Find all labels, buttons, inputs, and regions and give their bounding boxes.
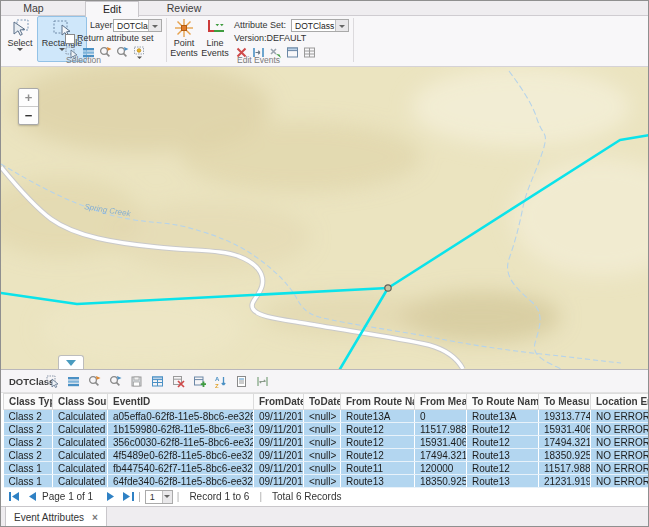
- table-cell: Route13A: [341, 410, 415, 423]
- zoom-in-button[interactable]: +: [19, 89, 38, 107]
- table-cell: Class 1: [4, 462, 53, 475]
- attribute-set-label: Attribute Set:: [234, 19, 286, 31]
- sort-icon[interactable]: AZ: [213, 374, 227, 388]
- select-records-icon[interactable]: [45, 374, 59, 388]
- ribbon-tab-map[interactable]: Map: [11, 1, 56, 15]
- previous-page-button[interactable]: [28, 492, 36, 501]
- table-cell: Class 2: [4, 410, 53, 423]
- fit-columns-icon[interactable]: [255, 374, 269, 388]
- svg-text:Z: Z: [215, 382, 219, 388]
- point-events-icon: [174, 18, 194, 38]
- line-events-icon: [205, 18, 225, 38]
- table-cell: 21231.919: [539, 475, 591, 488]
- pan-to-selection-icon[interactable]: [108, 374, 122, 388]
- event-attributes-tab-label: Event Attributes: [14, 512, 84, 523]
- table-cell: 09/11/2015: [254, 475, 304, 488]
- table-cell: Calculated: [53, 423, 108, 436]
- table-row[interactable]: Class 2Calculated356c0030-62f8-11e5-8bc6…: [4, 436, 649, 449]
- save-icon[interactable]: [129, 374, 143, 388]
- basemap: Spring Creek: [1, 67, 649, 369]
- column-header-fromdate[interactable]: FromDate: [254, 394, 304, 410]
- column-header-todate[interactable]: ToDate: [304, 394, 341, 410]
- page-number-value: 1: [150, 492, 155, 502]
- table-cell: 17494.321: [415, 449, 467, 462]
- column-header-from-route-name[interactable]: From Route Name: [341, 394, 415, 410]
- map-canvas[interactable]: Spring Creek + −: [1, 67, 649, 369]
- close-tab-icon[interactable]: ×: [92, 512, 98, 523]
- append-events-icon[interactable]: [192, 374, 206, 388]
- table-cell: <null>: [304, 410, 341, 423]
- column-header-to-route-name[interactable]: To Route Name: [467, 394, 539, 410]
- collapse-arrow-icon: [66, 360, 76, 366]
- attribute-set-dropdown-arrow-icon[interactable]: [335, 20, 348, 31]
- selection-group-label: Selection: [1, 55, 166, 65]
- column-header-eventid[interactable]: EventID: [108, 394, 254, 410]
- table-cell: NO ERROR: [591, 449, 649, 462]
- page-number-dropdown[interactable]: 1: [145, 490, 173, 504]
- table-cell: a05effa0-62f8-11e5-8bc6-ee32641d5ec9: [108, 410, 254, 423]
- table-cell: NO ERROR: [591, 423, 649, 436]
- ribbon-tab-edit[interactable]: Edit: [85, 1, 139, 17]
- next-page-button[interactable]: [107, 492, 115, 501]
- table-row[interactable]: Class 1Calculated64fde340-62f8-11e5-8bc6…: [4, 475, 649, 488]
- table-cell: Calculated: [53, 436, 108, 449]
- column-header-from-measure[interactable]: From Measure: [415, 394, 467, 410]
- clear-selection-icon[interactable]: [171, 374, 185, 388]
- select-cursor-icon: [10, 18, 30, 38]
- first-page-button[interactable]: [9, 492, 20, 501]
- page-count-text: Page 1 of 1: [42, 491, 93, 502]
- table-cell: fb447540-62f7-11e5-8bc6-ee32641d5ec9: [108, 462, 254, 475]
- map-zoom-control: + −: [18, 88, 39, 125]
- tab-event-attributes[interactable]: Event Attributes ×: [5, 507, 107, 527]
- table-cell: 18350.925: [539, 449, 591, 462]
- route-junction-marker[interactable]: [385, 285, 391, 291]
- table-cell: Calculated: [53, 475, 108, 488]
- table-cell: Route13: [467, 449, 539, 462]
- open-table-icon[interactable]: [150, 374, 164, 388]
- version-value: DEFAULT: [267, 33, 307, 43]
- attribute-set-dropdown[interactable]: DOTClass: [291, 19, 349, 32]
- last-page-button[interactable]: [123, 492, 134, 501]
- table-cell: 09/11/2015: [254, 410, 304, 423]
- attribute-report-icon[interactable]: [234, 374, 248, 388]
- bottom-tab-bar: Event Attributes ×: [1, 506, 648, 527]
- table-row[interactable]: Class 2Calculated4f5489e0-62f8-11e5-8bc6…: [4, 449, 649, 462]
- table-cell: <null>: [304, 449, 341, 462]
- zoom-out-button[interactable]: −: [19, 107, 38, 124]
- return-attribute-set-label: Return attribute set: [77, 32, 154, 44]
- zoom-to-selection-icon[interactable]: [87, 374, 101, 388]
- layer-dropdown-arrow-icon[interactable]: [148, 20, 161, 31]
- panel-collapse-tab[interactable]: [58, 355, 84, 369]
- show-selection-icon[interactable]: [66, 374, 80, 388]
- table-cell: Class 2: [4, 436, 53, 449]
- table-cell: Route13: [341, 475, 415, 488]
- column-header-to-measure[interactable]: To Measure: [539, 394, 591, 410]
- layer-label: Layer:: [90, 19, 115, 31]
- table-cell: Route13A: [467, 410, 539, 423]
- table-row[interactable]: Class 1Calculatedfb447540-62f7-11e5-8bc6…: [4, 462, 649, 475]
- table-header-row: Class TypeClass SourceEventIDFromDateToD…: [4, 394, 649, 410]
- page-dropdown-arrow-icon[interactable]: [162, 491, 172, 503]
- column-header-class-source[interactable]: Class Source: [53, 394, 108, 410]
- pager-separator: |: [259, 491, 262, 502]
- select-tool-caret-icon[interactable]: [17, 48, 23, 51]
- return-attribute-set-checkbox[interactable]: [65, 34, 75, 44]
- table-cell: <null>: [304, 423, 341, 436]
- table-cell: Calculated: [53, 449, 108, 462]
- column-header-class-type[interactable]: Class Type: [4, 394, 53, 410]
- table-cell: 4f5489e0-62f8-11e5-8bc6-ee32641d5ec9: [108, 449, 254, 462]
- column-header-location-error[interactable]: Location Error: [591, 394, 649, 410]
- table-cell: 1b159980-62f8-11e5-8bc6-ee32641d5ec9: [108, 423, 254, 436]
- layer-dropdown[interactable]: DOTClass: [113, 19, 162, 32]
- table-row[interactable]: Class 2Calculateda05effa0-62f8-11e5-8bc6…: [4, 410, 649, 423]
- table-cell: <null>: [304, 462, 341, 475]
- table-cell: NO ERROR: [591, 462, 649, 475]
- table-cell: 15931.406: [539, 423, 591, 436]
- table-cell: Calculated: [53, 410, 108, 423]
- ribbon-tab-review[interactable]: Review: [154, 1, 214, 15]
- table-row[interactable]: Class 2Calculated1b159980-62f8-11e5-8bc6…: [4, 423, 649, 436]
- table-cell: NO ERROR: [591, 410, 649, 423]
- total-records-text: Total 6 Records: [272, 491, 341, 502]
- table-cell: Route12: [341, 436, 415, 449]
- pager-separator: |: [138, 491, 141, 502]
